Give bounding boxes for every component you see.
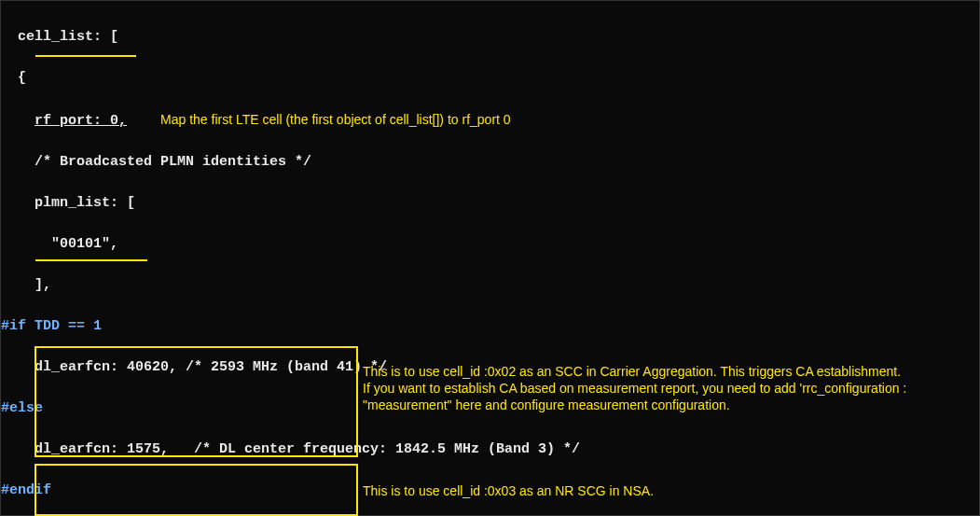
code-block: cell_list: [ { rf_port: 0, Map the first… [1, 1, 979, 516]
annotation-en-dc: This is to use cell_id :0x03 as an NR SC… [363, 482, 654, 499]
rf-port-decl: rf_port: 0, [35, 113, 127, 129]
indent [1, 113, 35, 129]
code-line: "00101", [1, 234, 979, 255]
code-line: ], [1, 275, 979, 296]
code-line: cell_list: [ [1, 27, 979, 48]
annotation-rf-port: Map the first LTE cell (the first object… [160, 112, 511, 127]
annotation-scell-line1: This is to use cell_id :0x02 as an SCC i… [363, 364, 901, 379]
annotation-scell: This is to use cell_id :0x02 as an SCC i… [363, 363, 941, 413]
code-line: plmn_list: [ [1, 193, 979, 214]
code-screenshot: This is to use cell_id :0x02 as an SCC i… [0, 0, 980, 516]
code-line: /* Broadcasted PLMN identities */ [1, 152, 979, 173]
code-line: { [1, 68, 979, 89]
code-line: rf_port: 0, Map the first LTE cell (the … [1, 109, 979, 132]
annotation-scell-line2: If you want to establish CA based on mea… [363, 381, 906, 412]
annotation-en-dc-text: This is to use cell_id :0x03 as an NR SC… [363, 483, 654, 498]
code-line: dl_earfcn: 1575, /* DL center frequency:… [1, 439, 979, 460]
code-line-preproc: #if TDD == 1 [1, 316, 979, 337]
